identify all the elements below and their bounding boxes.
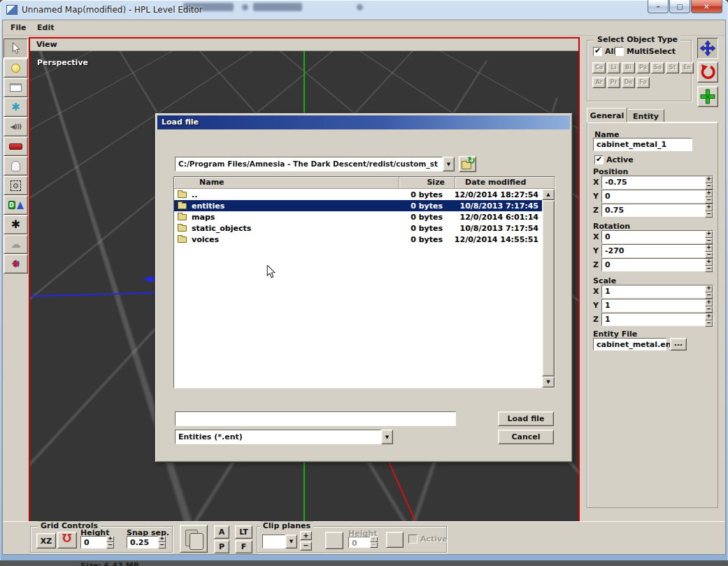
file-row[interactable]: static_objects0 bytes10/8/2013 7:17:54 bbox=[174, 222, 542, 234]
load-file-button[interactable]: Load file bbox=[498, 411, 554, 426]
scroll-down-button[interactable]: ▼ bbox=[542, 376, 555, 388]
view-menu-label[interactable]: View bbox=[36, 40, 57, 49]
rotation-z-field[interactable]: 0+− bbox=[601, 258, 713, 271]
file-name[interactable]: voices bbox=[192, 235, 387, 244]
object-type-button-pa[interactable]: Pa bbox=[636, 62, 650, 73]
multiselect-checkbox[interactable] bbox=[615, 47, 624, 56]
object-type-button-co[interactable]: Co bbox=[592, 62, 606, 73]
column-header-size[interactable]: Size bbox=[399, 177, 455, 188]
spin-down[interactable]: − bbox=[705, 197, 713, 204]
path-dropdown-arrow[interactable]: ▼ bbox=[443, 157, 455, 171]
path-value[interactable]: C:/Program Files/Amnesia - The Dark Desc… bbox=[175, 157, 443, 171]
spin-down[interactable]: − bbox=[370, 542, 378, 548]
object-type-button-de[interactable]: De bbox=[622, 77, 635, 88]
file-row[interactable]: entities0 bytes10/8/2013 7:17:45 bbox=[174, 200, 542, 211]
dialog-title-bar[interactable]: Load file bbox=[157, 115, 570, 129]
title-bar[interactable]: Unnamed Map(modified) - HPL Level Editor… bbox=[0, 0, 728, 20]
clip-height-spinner[interactable]: +− bbox=[370, 537, 378, 548]
add-clip-plane-button[interactable]: + bbox=[300, 531, 312, 540]
spinner[interactable]: +− bbox=[705, 190, 713, 204]
rotate-tool-button[interactable] bbox=[697, 62, 718, 83]
spinner[interactable]: +− bbox=[705, 176, 713, 190]
snap-toggle-button[interactable]: Ω bbox=[57, 532, 77, 549]
spin-down[interactable]: − bbox=[158, 542, 166, 549]
filetype-combobox[interactable]: Entities (*.ent) ▼ bbox=[175, 430, 393, 444]
menu-edit[interactable]: Edit bbox=[37, 23, 54, 32]
tool-primitive-button[interactable] bbox=[3, 136, 28, 156]
scale-y-field[interactable]: 1+− bbox=[601, 299, 713, 312]
filetype-dropdown-arrow[interactable]: ▼ bbox=[381, 430, 393, 444]
multiselect-checkbox-row[interactable]: MultiSelect bbox=[615, 47, 676, 56]
file-name[interactable]: maps bbox=[192, 213, 387, 222]
tab-entity[interactable]: Entity bbox=[627, 109, 664, 122]
spin-down[interactable]: − bbox=[106, 542, 114, 549]
path-combobox[interactable]: C:/Program Files/Amnesia - The Dark Desc… bbox=[175, 157, 455, 171]
spin-down[interactable]: − bbox=[705, 252, 713, 259]
object-type-button-st[interactable]: St bbox=[666, 62, 679, 73]
tool-decal-button[interactable]: ✱ bbox=[3, 215, 28, 234]
viewport-layout-button[interactable] bbox=[180, 525, 208, 553]
clip-plane-side-button[interactable] bbox=[386, 532, 404, 548]
spin-down[interactable]: − bbox=[705, 183, 713, 190]
snap-sep-spinner[interactable]: +− bbox=[158, 536, 166, 549]
rotation-y-field[interactable]: -270+− bbox=[601, 244, 713, 257]
spin-down[interactable]: − bbox=[705, 306, 713, 313]
column-header-date[interactable]: Date modified bbox=[455, 177, 555, 188]
scale-z-field[interactable]: 1+− bbox=[601, 313, 713, 326]
lt-toggle-button[interactable]: LT bbox=[235, 525, 252, 539]
tool-static-object-button[interactable]: D bbox=[3, 195, 28, 215]
tool-select-button[interactable] bbox=[3, 38, 28, 58]
object-type-button-so[interactable]: So bbox=[651, 62, 664, 73]
spinner[interactable]: +− bbox=[705, 299, 713, 313]
minimize-button[interactable]: – bbox=[648, 0, 669, 13]
f-toggle-button[interactable]: F bbox=[235, 540, 252, 553]
up-directory-button[interactable]: ↻ bbox=[459, 156, 476, 172]
tab-general[interactable]: General bbox=[587, 108, 627, 122]
tool-billboard-button[interactable] bbox=[3, 78, 28, 97]
spin-down[interactable]: − bbox=[705, 320, 713, 327]
pointlight-toggle-button[interactable]: P bbox=[214, 540, 229, 553]
tool-area-button[interactable] bbox=[3, 176, 28, 195]
scale-tool-button[interactable] bbox=[697, 86, 718, 107]
all-checkbox-row[interactable]: All bbox=[593, 47, 616, 56]
grid-plane-button[interactable]: XZ bbox=[36, 533, 56, 549]
browse-entity-file-button[interactable]: ... bbox=[670, 338, 687, 351]
spin-down[interactable]: − bbox=[705, 292, 713, 299]
tool-particle-system-button[interactable]: ✱ bbox=[3, 97, 28, 117]
clip-active-checkbox-row[interactable]: Active bbox=[408, 535, 448, 544]
close-button[interactable]: ✕ bbox=[691, 0, 722, 13]
object-type-button-bi[interactable]: Bi bbox=[622, 62, 635, 73]
scroll-up-button[interactable]: ▲ bbox=[542, 189, 555, 200]
spinner[interactable]: +− bbox=[705, 245, 713, 258]
active-checkbox[interactable] bbox=[594, 155, 604, 164]
object-type-button-pr[interactable]: Pr bbox=[607, 77, 620, 88]
active-checkbox-row[interactable]: Active bbox=[594, 155, 634, 164]
remove-clip-plane-button[interactable]: − bbox=[300, 542, 312, 551]
file-row[interactable]: ..0 bytes12/0/2014 18:27:54 bbox=[174, 189, 542, 200]
tool-sound-button[interactable]: ◀))) bbox=[3, 117, 28, 136]
object-type-button-ar[interactable]: Ar bbox=[592, 77, 606, 88]
maximize-button[interactable]: □ bbox=[669, 0, 690, 13]
cancel-button[interactable]: Cancel bbox=[498, 430, 554, 444]
spinner[interactable]: +− bbox=[705, 285, 713, 299]
file-row[interactable]: voices0 bytes12/0/2014 14:55:51 bbox=[174, 234, 542, 245]
entity-file-field[interactable]: cabinet_metal.ent bbox=[593, 338, 666, 351]
spinner[interactable]: +− bbox=[705, 204, 713, 218]
spin-down[interactable]: − bbox=[705, 211, 713, 218]
scrollbar-thumb[interactable] bbox=[542, 200, 555, 376]
spinner[interactable]: +− bbox=[705, 231, 713, 244]
list-scrollbar[interactable]: ▲ ▼ bbox=[542, 189, 555, 388]
tool-entity-button[interactable] bbox=[3, 156, 28, 176]
position-y-field[interactable]: 0+− bbox=[601, 190, 713, 203]
position-z-field[interactable]: 0.75+− bbox=[601, 204, 713, 217]
name-field[interactable]: cabinet_metal_1 bbox=[593, 138, 692, 151]
grid-height-spinner[interactable]: +− bbox=[106, 536, 114, 549]
rotation-x-field[interactable]: 0+− bbox=[601, 230, 713, 243]
file-name[interactable]: static_objects bbox=[192, 224, 387, 233]
tool-light-button[interactable] bbox=[3, 58, 28, 78]
spinner[interactable]: +− bbox=[705, 259, 713, 272]
all-checkbox[interactable] bbox=[593, 47, 602, 56]
clip-plane-value[interactable] bbox=[262, 535, 285, 549]
object-type-button-fo[interactable]: Fo bbox=[636, 77, 650, 88]
file-row[interactable]: maps0 bytes12/0/2014 6:01:14 bbox=[174, 211, 542, 222]
